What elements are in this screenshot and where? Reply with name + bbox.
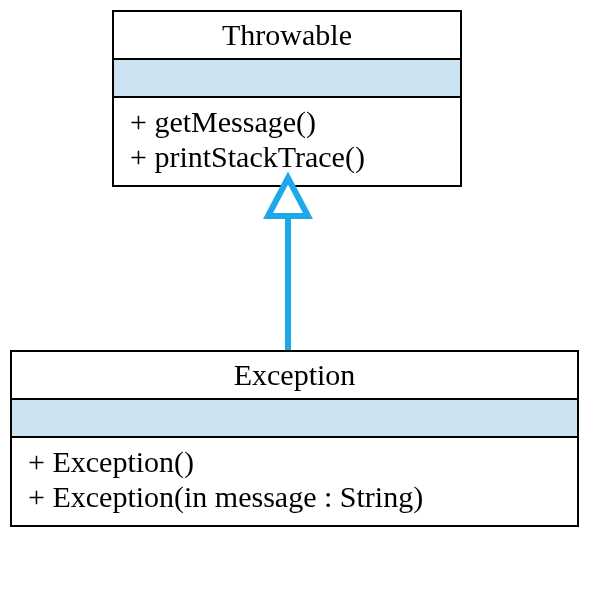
- class-methods: + getMessage() + printStackTrace(): [114, 98, 460, 185]
- uml-class-throwable: Throwable + getMessage() + printStackTra…: [112, 10, 462, 187]
- class-attributes-empty: [12, 400, 577, 438]
- class-attributes-empty: [114, 60, 460, 98]
- method-row: + Exception(in message : String): [28, 479, 565, 514]
- class-title: Throwable: [114, 12, 460, 60]
- method-row: + printStackTrace(): [130, 139, 448, 174]
- method-row: + getMessage(): [130, 104, 448, 139]
- class-title: Exception: [12, 352, 577, 400]
- uml-class-exception: Exception + Exception() + Exception(in m…: [10, 350, 579, 527]
- class-methods: + Exception() + Exception(in message : S…: [12, 438, 577, 525]
- method-row: + Exception(): [28, 444, 565, 479]
